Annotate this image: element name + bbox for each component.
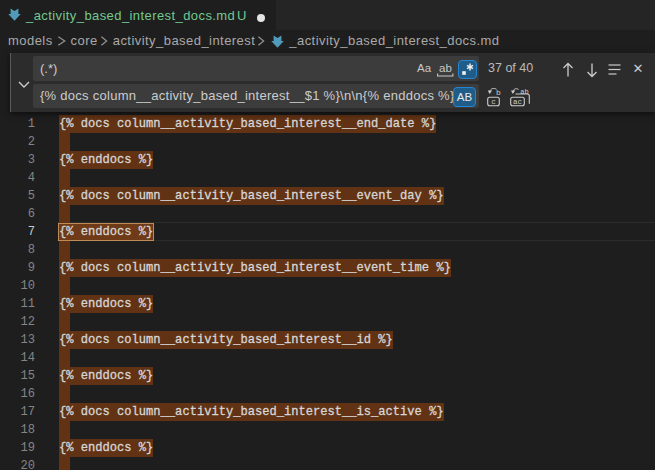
- svg-text:ac: ac: [513, 98, 522, 106]
- svg-text:b: b: [496, 88, 501, 97]
- svg-text:ab: ab: [520, 88, 528, 96]
- svg-text:c: c: [491, 98, 496, 106]
